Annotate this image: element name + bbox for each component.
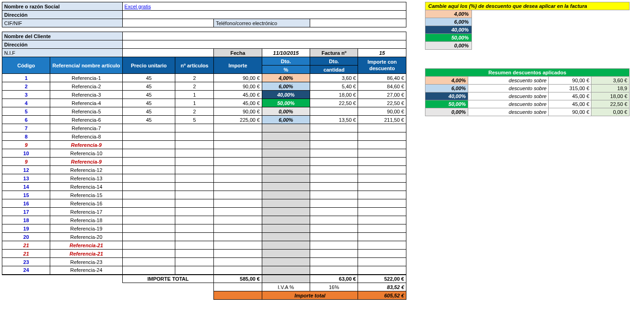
cell-dto-pct[interactable]: 4,00% xyxy=(262,74,310,82)
cell-code[interactable]: 20 xyxy=(2,233,50,241)
cell-pu[interactable] xyxy=(122,208,175,216)
cell-code[interactable]: 23 xyxy=(2,258,50,266)
cell-pu[interactable]: 45 xyxy=(122,82,175,91)
cell-n[interactable]: 2 xyxy=(175,107,214,116)
cell-pu[interactable]: 45 xyxy=(122,74,175,82)
cell-pu[interactable] xyxy=(122,250,175,258)
cell-code[interactable]: 4 xyxy=(2,99,50,107)
cell-ref[interactable]: Referencia-23 xyxy=(50,258,122,266)
cell-pu[interactable] xyxy=(122,149,175,158)
cell-dto-pct[interactable] xyxy=(262,258,310,266)
cell-razon-social[interactable]: Excel gratis xyxy=(122,2,406,11)
cell-fecha[interactable]: 11/10/2015 xyxy=(262,49,310,57)
cell-dto-pct[interactable] xyxy=(262,208,310,216)
cell-pu[interactable] xyxy=(122,124,175,132)
cell-code[interactable]: 18 xyxy=(2,216,50,224)
cell-ref[interactable]: Referencia-21 xyxy=(50,250,122,258)
cell-n[interactable] xyxy=(175,132,214,141)
cell-code[interactable]: 5 xyxy=(2,107,50,116)
cell-ref[interactable]: Referencia-2 xyxy=(50,82,122,91)
link-excel-gratis[interactable]: Excel gratis xyxy=(125,4,151,9)
cell-code[interactable]: 10 xyxy=(2,149,50,158)
cell-pu[interactable] xyxy=(122,241,175,250)
cell-n[interactable] xyxy=(175,241,214,250)
cell-ref[interactable]: Referencia-5 xyxy=(50,107,122,116)
cell-code[interactable]: 2 xyxy=(2,82,50,91)
cell-ref[interactable]: Referencia-9 xyxy=(50,141,122,149)
cell-n[interactable] xyxy=(175,174,214,183)
cell-n[interactable] xyxy=(175,199,214,208)
cell-code[interactable]: 13 xyxy=(2,174,50,183)
cell-dto-pct[interactable] xyxy=(262,149,310,158)
rate-cell[interactable]: 50,00% xyxy=(425,34,472,42)
cell-factura[interactable]: 15 xyxy=(358,49,406,57)
cell-dto-pct[interactable]: 0,00% xyxy=(262,107,310,116)
rate-cell[interactable]: 4,00% xyxy=(425,10,472,18)
cell-dto-pct[interactable]: 6,00% xyxy=(262,116,310,124)
cell-cliente[interactable] xyxy=(122,32,406,40)
cell-code[interactable]: 12 xyxy=(2,166,50,174)
cell-n[interactable] xyxy=(175,224,214,233)
cell-dto-pct[interactable] xyxy=(262,250,310,258)
cell-ref[interactable]: Referencia-8 xyxy=(50,132,122,141)
cell-code[interactable]: 14 xyxy=(2,183,50,191)
rate-cell[interactable]: 0,00% xyxy=(425,42,472,50)
cell-ref[interactable]: Referencia-9 xyxy=(50,158,122,166)
cell-ref[interactable]: Referencia-18 xyxy=(50,216,122,224)
cell-dto-pct[interactable] xyxy=(262,166,310,174)
cell-pu[interactable]: 45 xyxy=(122,99,175,107)
cell-n[interactable]: 2 xyxy=(175,82,214,91)
cell-n[interactable] xyxy=(175,149,214,158)
cell-dto-pct[interactable] xyxy=(262,199,310,208)
cell-pu[interactable] xyxy=(122,233,175,241)
cell-cif[interactable] xyxy=(122,19,214,27)
cell-code[interactable]: 17 xyxy=(2,208,50,216)
cell-code[interactable]: 9 xyxy=(2,158,50,166)
cell-pu[interactable]: 45 xyxy=(122,116,175,124)
cell-ref[interactable]: Referencia-13 xyxy=(50,174,122,183)
cell-ref[interactable]: Referencia-15 xyxy=(50,191,122,199)
cell-dto-pct[interactable] xyxy=(262,216,310,224)
cell-n[interactable]: 1 xyxy=(175,91,214,99)
cell-code[interactable]: 1 xyxy=(2,74,50,82)
cell-code[interactable]: 24 xyxy=(2,266,50,275)
cell-dto-pct[interactable] xyxy=(262,266,310,275)
cell-n[interactable] xyxy=(175,233,214,241)
cell-dto-pct[interactable] xyxy=(262,191,310,199)
cell-n[interactable] xyxy=(175,124,214,132)
cell-ref[interactable]: Referencia-3 xyxy=(50,91,122,99)
cell-pu[interactable] xyxy=(122,216,175,224)
cell-n[interactable] xyxy=(175,266,214,275)
rate-cell[interactable]: 6,00% xyxy=(425,18,472,26)
cell-dto-pct[interactable]: 40,00% xyxy=(262,91,310,99)
cell-dto-pct[interactable] xyxy=(262,158,310,166)
cell-direccion2[interactable] xyxy=(122,40,406,49)
cell-n[interactable]: 5 xyxy=(175,116,214,124)
cell-dto-pct[interactable] xyxy=(262,241,310,250)
cell-ref[interactable]: Referencia-16 xyxy=(50,199,122,208)
cell-pu[interactable] xyxy=(122,191,175,199)
cell-ref[interactable]: Referencia-7 xyxy=(50,124,122,132)
cell-code[interactable]: 9 xyxy=(2,141,50,149)
cell-n[interactable]: 1 xyxy=(175,99,214,107)
cell-pu[interactable]: 45 xyxy=(122,107,175,116)
cell-n[interactable] xyxy=(175,166,214,174)
cell-dto-pct[interactable] xyxy=(262,183,310,191)
cell-ref[interactable]: Referencia-6 xyxy=(50,116,122,124)
cell-n[interactable] xyxy=(175,216,214,224)
cell-ref[interactable]: Referencia-14 xyxy=(50,183,122,191)
cell-ref[interactable]: Referencia-20 xyxy=(50,233,122,241)
cell-pu[interactable] xyxy=(122,266,175,275)
cell-code[interactable]: 7 xyxy=(2,124,50,132)
cell-ref[interactable]: Referencia-10 xyxy=(50,149,122,158)
cell-ref[interactable]: Referencia-4 xyxy=(50,99,122,107)
cell-dto-pct[interactable] xyxy=(262,141,310,149)
cell-dto-pct[interactable] xyxy=(262,132,310,141)
cell-code[interactable]: 6 xyxy=(2,116,50,124)
cell-pu[interactable] xyxy=(122,132,175,141)
val-iva-pct[interactable]: 16% xyxy=(310,283,358,291)
cell-dto-pct[interactable] xyxy=(262,174,310,183)
cell-pu[interactable] xyxy=(122,158,175,166)
cell-pu[interactable] xyxy=(122,174,175,183)
cell-code[interactable]: 21 xyxy=(2,241,50,250)
